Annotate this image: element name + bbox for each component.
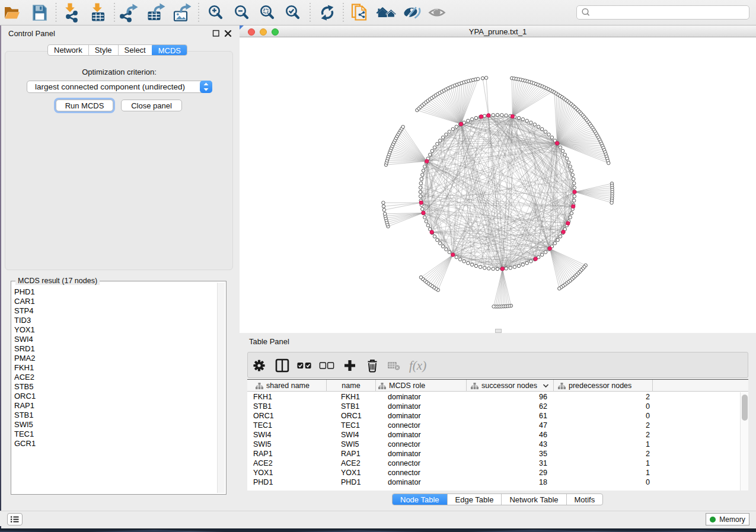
svg-text:f(x): f(x) [409, 358, 426, 373]
